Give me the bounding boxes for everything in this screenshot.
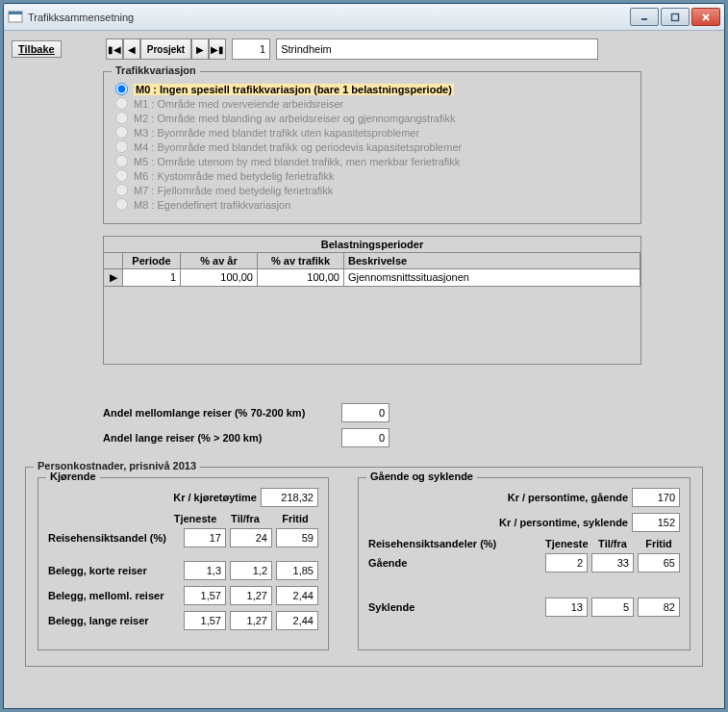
gos-col-fritid: Fritid xyxy=(638,538,680,549)
kjorende-group: Kjørende Kr / kjøretøytime Tjeneste Til/… xyxy=(38,477,329,650)
cell-pct-ar[interactable]: 100,00 xyxy=(181,269,258,287)
belegg-lange-tjeneste[interactable] xyxy=(184,611,226,630)
back-button[interactable]: Tilbake xyxy=(12,40,62,58)
titlebar: Trafikksammensetning xyxy=(4,4,724,31)
andel-section: Andel mellomlange reiser (% 70-200 km) A… xyxy=(103,403,716,447)
cell-beskrivelse[interactable]: Gjennomsnittssituasjonen xyxy=(344,269,640,287)
syklende-fritid[interactable] xyxy=(638,598,680,617)
project-nav: ▮◀ ◀ Prosjekt ▶ ▶▮ xyxy=(106,38,226,60)
reisehensikt-tilfra[interactable] xyxy=(230,528,272,547)
belast-empty-space xyxy=(104,287,640,364)
radio-m4-input xyxy=(115,140,128,153)
radio-m7-input xyxy=(115,184,128,196)
radio-m8-input xyxy=(115,198,128,211)
kj-col-tjeneste: Tjeneste xyxy=(172,513,218,524)
trafikkvariasjon-title: Trafikkvariasjon xyxy=(112,64,200,76)
radio-m4: M4 : Byområde med blandet trafikk og per… xyxy=(115,140,629,154)
kr-gaende-label: Kr / persontime, gående xyxy=(508,492,628,503)
kr-gaende-input[interactable] xyxy=(632,488,680,507)
kr-kjtime-input[interactable] xyxy=(261,488,318,507)
gaende-tilfra[interactable] xyxy=(591,553,634,572)
gaende-syklende-group: Gående og syklende Kr / persontime, gåen… xyxy=(358,477,690,650)
kj-col-fritid: Fritid xyxy=(272,513,318,524)
kjorende-title: Kjørende xyxy=(46,470,100,482)
main-window: Trafikksammensetning Tilbake ▮◀ ◀ Prosje… xyxy=(3,3,725,709)
radio-m6-input xyxy=(115,169,128,182)
last-button[interactable]: ▶▮ xyxy=(209,38,226,60)
andel-lange-label: Andel lange reiser (% > 200 km) xyxy=(103,432,334,444)
andel-mellom-input[interactable] xyxy=(341,403,389,422)
belegg-lange-fritid[interactable] xyxy=(276,611,318,630)
cell-pct-trafikk[interactable]: 100,00 xyxy=(258,269,344,287)
radio-m1-input xyxy=(115,97,128,110)
gaende-tjeneste[interactable] xyxy=(545,553,588,572)
syklende-tilfra[interactable] xyxy=(591,598,634,617)
cell-periode[interactable]: 1 xyxy=(123,269,181,287)
gos-col-tjeneste: Tjeneste xyxy=(545,538,588,549)
kr-syklende-label: Kr / persontime, syklende xyxy=(499,517,628,528)
belegg-korte-tjeneste[interactable] xyxy=(184,561,226,580)
radio-m6: M6 : Kystområde med betydelig ferietrafi… xyxy=(115,168,629,183)
minimize-button[interactable] xyxy=(630,8,659,26)
close-button[interactable] xyxy=(691,8,720,26)
andel-lange-input[interactable] xyxy=(341,428,389,447)
row-marker-header xyxy=(104,253,123,269)
belegg-lange-label: Belegg, lange reiser xyxy=(48,615,180,626)
window-title: Trafikksammensetning xyxy=(28,12,630,23)
belastningsperioder-table: Belastningsperioder Periode % av år % av… xyxy=(103,236,641,365)
svg-rect-3 xyxy=(672,13,679,20)
trafikkvariasjon-group: Trafikkvariasjon M0 : Ingen spesiell tra… xyxy=(103,71,641,224)
radio-m3-input xyxy=(115,126,128,139)
belegg-korte-fritid[interactable] xyxy=(276,561,318,580)
radio-m3: M3 : Byområde med blandet trafikk uten k… xyxy=(115,125,629,140)
next-button[interactable]: ▶ xyxy=(191,38,209,60)
belast-title: Belastningsperioder xyxy=(104,237,640,253)
kr-syklende-input[interactable] xyxy=(632,513,680,532)
app-icon xyxy=(8,10,23,25)
col-beskrivelse: Beskrivelse xyxy=(344,253,640,269)
kr-kjtime-label: Kr / kjøretøytime xyxy=(173,492,257,503)
radio-m2-input xyxy=(115,112,128,124)
belast-grid: Periode % av år % av trafikk Beskrivelse… xyxy=(104,253,640,287)
reisehensikt-tjeneste[interactable] xyxy=(184,528,226,547)
project-name-input[interactable] xyxy=(276,38,598,60)
col-pct-ar: % av år xyxy=(181,253,258,269)
gos-title: Gående og syklende xyxy=(366,470,477,482)
belegg-lange-tilfra[interactable] xyxy=(230,611,272,630)
radio-m5-input xyxy=(115,155,128,167)
personkostnader-group: Personkostnader, prisnivå 2013 Kjørende … xyxy=(25,467,703,667)
radio-m0[interactable]: M0 : Ingen spesiell trafikkvariasjon (ba… xyxy=(115,82,629,96)
reisehensikt-fritid[interactable] xyxy=(276,528,318,547)
belegg-mellom-tjeneste[interactable] xyxy=(184,586,226,605)
col-periode: Periode xyxy=(123,253,181,269)
maximize-button[interactable] xyxy=(661,8,690,26)
window-controls xyxy=(630,8,720,26)
row-marker[interactable]: ▶ xyxy=(104,269,123,287)
top-row: Tilbake ▮◀ ◀ Prosjekt ▶ ▶▮ xyxy=(12,38,716,60)
syklende-label: Syklende xyxy=(368,601,541,613)
gaende-label: Gående xyxy=(368,557,541,569)
radio-m1: M1 : Område med overveiende arbeidsreise… xyxy=(115,96,629,111)
radio-m2: M2 : Område med blanding av arbeidsreise… xyxy=(115,111,629,125)
project-button[interactable]: Prosjekt xyxy=(140,38,191,60)
radio-m7: M7 : Fjellområde med betydelig ferietraf… xyxy=(115,183,629,197)
belegg-mellom-fritid[interactable] xyxy=(276,586,318,605)
gos-reisehensikt-label: Reisehensiktsandeler (%) xyxy=(368,538,541,549)
belegg-mellom-label: Belegg, melloml. reiser xyxy=(48,590,180,601)
radio-m5: M5 : Område utenom by med blandet trafik… xyxy=(115,154,629,168)
belegg-korte-label: Belegg, korte reiser xyxy=(48,565,180,576)
project-number-input[interactable] xyxy=(232,38,270,60)
belegg-mellom-tilfra[interactable] xyxy=(230,586,272,605)
gos-col-tilfra: Til/fra xyxy=(591,538,634,549)
col-pct-trafikk: % av trafikk xyxy=(258,253,344,269)
content-area: Tilbake ▮◀ ◀ Prosjekt ▶ ▶▮ Trafikkvarias… xyxy=(4,31,724,708)
prev-button[interactable]: ◀ xyxy=(123,38,140,60)
reisehensikt-label: Reisehensiktsandel (%) xyxy=(48,532,180,544)
kj-col-tilfra: Til/fra xyxy=(222,513,268,524)
belegg-korte-tilfra[interactable] xyxy=(230,561,272,580)
andel-mellom-label: Andel mellomlange reiser (% 70-200 km) xyxy=(103,407,334,419)
syklende-tjeneste[interactable] xyxy=(545,598,588,617)
first-button[interactable]: ▮◀ xyxy=(106,38,123,60)
gaende-fritid[interactable] xyxy=(638,553,680,572)
radio-m0-input[interactable] xyxy=(115,83,128,95)
